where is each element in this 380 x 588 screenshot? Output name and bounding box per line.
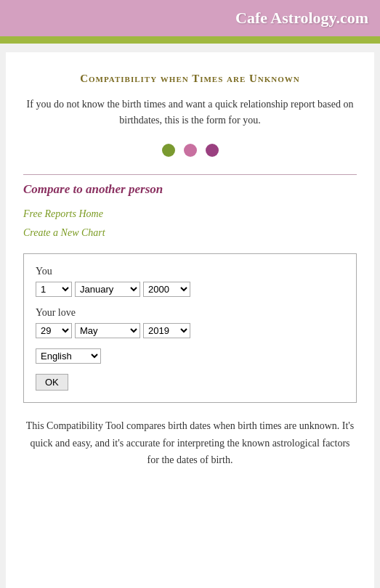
you-year-select[interactable]: 2000 — [143, 282, 190, 297]
page-title: Compatibility when Times are Unknown — [23, 73, 357, 85]
dot-pink — [184, 144, 197, 157]
you-label: You — [36, 266, 344, 277]
ok-button[interactable]: OK — [36, 374, 68, 391]
compare-heading: Compare to another person — [23, 182, 357, 197]
you-day-select[interactable]: 12345 678910 1112131415 1617181920 21222… — [36, 282, 72, 297]
love-day-select[interactable]: 12345 678910 1112131415 1617181920 21222… — [36, 323, 72, 338]
section-divider — [23, 174, 357, 175]
love-row: 12345 678910 1112131415 1617181920 21222… — [36, 323, 344, 338]
you-row: 12345 678910 1112131415 1617181920 21222… — [36, 282, 344, 297]
site-title: Cafe Astrology.com — [235, 9, 368, 28]
free-reports-link[interactable]: Free Reports Home — [23, 208, 357, 220]
links-section: Free Reports Home Create a New Chart — [23, 208, 357, 239]
main-content: Compatibility when Times are Unknown If … — [6, 52, 374, 588]
header: Cafe Astrology.com — [0, 0, 380, 36]
dot-green — [162, 144, 175, 157]
form-box: You 12345 678910 1112131415 1617181920 2… — [23, 253, 357, 403]
you-month-select[interactable]: JanuaryFebruaryMarch AprilMayJune JulyAu… — [75, 282, 140, 297]
green-bar — [0, 36, 380, 44]
love-label: Your love — [36, 307, 344, 319]
description-text: If you do not know the birth times and w… — [23, 97, 357, 129]
footer-description: This Compatibility Tool compares birth d… — [23, 417, 357, 469]
create-chart-link[interactable]: Create a New Chart — [23, 227, 357, 239]
dot-purple — [206, 144, 219, 157]
language-select[interactable]: English French Spanish German — [36, 348, 101, 364]
lang-row: English French Spanish German — [36, 348, 344, 364]
love-year-select[interactable]: 2019 — [143, 323, 190, 338]
love-month-select[interactable]: JanuaryFebruaryMarch AprilMayJune JulyAu… — [75, 323, 140, 338]
dots-row — [23, 144, 357, 157]
